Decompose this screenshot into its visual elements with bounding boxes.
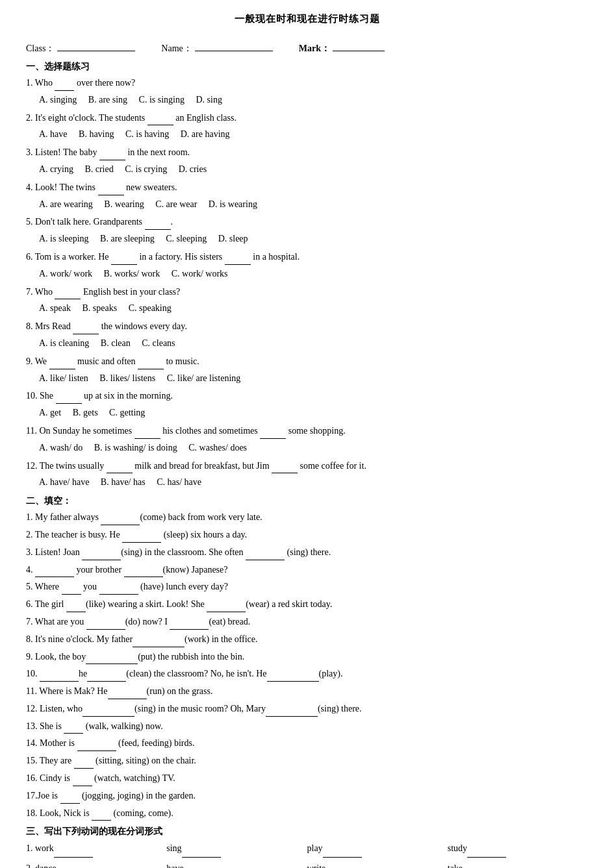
fill-questions: 1. My father always (come) back from wor… xyxy=(26,510,588,821)
f7-blank2[interactable] xyxy=(170,619,209,630)
f10-blank3[interactable] xyxy=(267,671,319,682)
fill-q15: 15. They are (sitting, siting) on the ch… xyxy=(26,753,588,769)
q12-blank1[interactable] xyxy=(107,463,133,473)
q5-blank[interactable] xyxy=(145,219,171,230)
q8-blank[interactable] xyxy=(73,324,99,334)
q10-blank[interactable] xyxy=(56,393,82,404)
p3-r1c4-blank[interactable] xyxy=(467,847,506,858)
q10-num: 10. She xyxy=(26,391,56,401)
class-input[interactable] xyxy=(57,41,135,51)
q9-blank1[interactable] xyxy=(49,359,75,369)
f18-blank[interactable] xyxy=(92,810,111,821)
mc-q12: 12. The twins usually milk and bread for… xyxy=(26,458,588,474)
f12-blank2[interactable] xyxy=(266,706,318,717)
f7-blank1[interactable] xyxy=(86,619,125,630)
q11-blank1[interactable] xyxy=(134,428,160,439)
q1-options: A. singing B. are sing C. is singing D. … xyxy=(39,92,588,108)
f8-blank[interactable] xyxy=(133,637,185,647)
p3-r2c3: write xyxy=(307,860,448,868)
q3-blank[interactable] xyxy=(99,150,125,160)
part2-title: 二、填空： xyxy=(26,495,588,507)
name-field: Name： xyxy=(161,41,272,55)
p3-r1c1: 1. work xyxy=(26,840,166,858)
part3-title: 三、写出下列动词的现在分词形式 xyxy=(26,826,588,837)
f3-blank2[interactable] xyxy=(246,550,285,560)
f6-blank2[interactable] xyxy=(207,602,246,612)
f15-blank[interactable] xyxy=(74,758,94,769)
q9-options: A. like/ listen B. likes/ listens C. lik… xyxy=(39,371,588,386)
f4-blank2[interactable] xyxy=(124,567,163,577)
q12-mid: milk and bread for breakfast, but Jim xyxy=(133,461,272,471)
q11-num: 11. On Sunday he sometimes xyxy=(26,426,134,436)
q6-num: 6. Tom is a worker. He xyxy=(26,252,111,262)
f4-blank1[interactable] xyxy=(35,567,74,577)
q4-blank[interactable] xyxy=(98,185,124,195)
class-label: Class： xyxy=(26,43,55,55)
header-row: Class： Name： Mark： xyxy=(26,41,588,55)
f16-blank[interactable] xyxy=(73,776,92,786)
fill-q5: 5. Where you (have) lunch every day? xyxy=(26,579,588,595)
f12-blank1[interactable] xyxy=(83,706,134,717)
q2-rest: an English class. xyxy=(173,113,237,123)
p3-r1c3-blank[interactable] xyxy=(323,847,362,858)
q3-num: 3. Listen! The baby xyxy=(26,147,99,157)
f11-blank[interactable] xyxy=(108,689,147,699)
mc-q11: 11. On Sunday he sometimes his clothes a… xyxy=(26,423,588,439)
q11-rest: some shopping. xyxy=(286,426,345,436)
mc-q8: 8. Mrs Read the windows every day. xyxy=(26,319,588,334)
name-input[interactable] xyxy=(195,41,273,51)
q12-blank2[interactable] xyxy=(272,463,298,473)
f10-blank1[interactable] xyxy=(40,671,79,682)
q8-num: 8. Mrs Read xyxy=(26,321,73,331)
f3-blank1[interactable] xyxy=(82,550,121,560)
q1-num: 1. Who xyxy=(26,78,55,88)
mc-questions: 1. Who over there now? A. singing B. are… xyxy=(26,75,588,490)
p3-r2c1: 2. dance xyxy=(26,860,166,868)
fill-q4: 4. your brother (know) Japanese? xyxy=(26,562,588,578)
f9-blank[interactable] xyxy=(86,654,138,664)
q1-blank[interactable] xyxy=(55,81,74,91)
q9-mid: music and often xyxy=(75,356,138,366)
fill-q11: 11. Where is Mak? He(run) on the grass. xyxy=(26,684,588,699)
q10-options: A. get B. gets C. getting xyxy=(39,405,588,421)
q9-blank2[interactable] xyxy=(138,359,164,369)
q11-blank2[interactable] xyxy=(260,428,286,439)
mc-q7: 7. Who English best in your class? xyxy=(26,284,588,300)
mc-q5: 5. Don't talk here. Grandparents . xyxy=(26,214,588,230)
f5-blank1[interactable] xyxy=(62,584,81,595)
mark-field: Mark： xyxy=(299,41,385,55)
q3-options: A. crying B. cried C. is crying D. cries xyxy=(39,162,588,177)
p3-r1c2-blank[interactable] xyxy=(182,847,221,858)
name-label: Name： xyxy=(161,43,192,55)
q11-options: A. wash/ do B. is washing/ is doing C. w… xyxy=(39,440,588,456)
fill-q18: 18. Look, Nick is (coming, come). xyxy=(26,806,588,821)
fill-q14: 14. Mother is (feed, feeding) birds. xyxy=(26,736,588,751)
f17-blank[interactable] xyxy=(60,793,80,804)
f10-blank2[interactable] xyxy=(87,671,126,682)
q7-num: 7. Who xyxy=(26,287,55,297)
mark-input[interactable] xyxy=(333,41,385,51)
f14-blank[interactable] xyxy=(77,741,116,751)
f13-blank[interactable] xyxy=(64,723,83,734)
p3-r2c4: take xyxy=(448,860,588,868)
p3-r1c2: sing xyxy=(166,840,307,858)
f6-blank1[interactable] xyxy=(66,602,86,612)
q7-blank[interactable] xyxy=(55,289,81,299)
part1-title: 一、选择题练习 xyxy=(26,61,588,73)
f1-blank[interactable] xyxy=(101,515,140,525)
q10-rest: up at six in the morning. xyxy=(82,391,173,401)
f2-blank[interactable] xyxy=(122,532,161,543)
q6-rest: in a hospital. xyxy=(251,252,300,262)
q6-blank2[interactable] xyxy=(225,254,251,265)
f5-blank2[interactable] xyxy=(99,584,138,595)
q6-options: A. work/ work B. works/ work C. work/ wo… xyxy=(39,266,588,282)
fill-q16: 16. Cindy is (watch, watching) TV. xyxy=(26,771,588,786)
q7-rest: English best in your class? xyxy=(81,287,180,297)
q5-rest: . xyxy=(171,217,173,227)
p3-r1c1-blank[interactable] xyxy=(54,847,93,858)
part3-grid: 1. work sing play study 2. dance have wr… xyxy=(26,840,588,868)
fill-q1: 1. My father always (come) back from wor… xyxy=(26,510,588,525)
q2-blank[interactable] xyxy=(147,115,173,125)
q6-blank1[interactable] xyxy=(111,254,137,265)
q8-rest: the windows every day. xyxy=(99,321,187,331)
